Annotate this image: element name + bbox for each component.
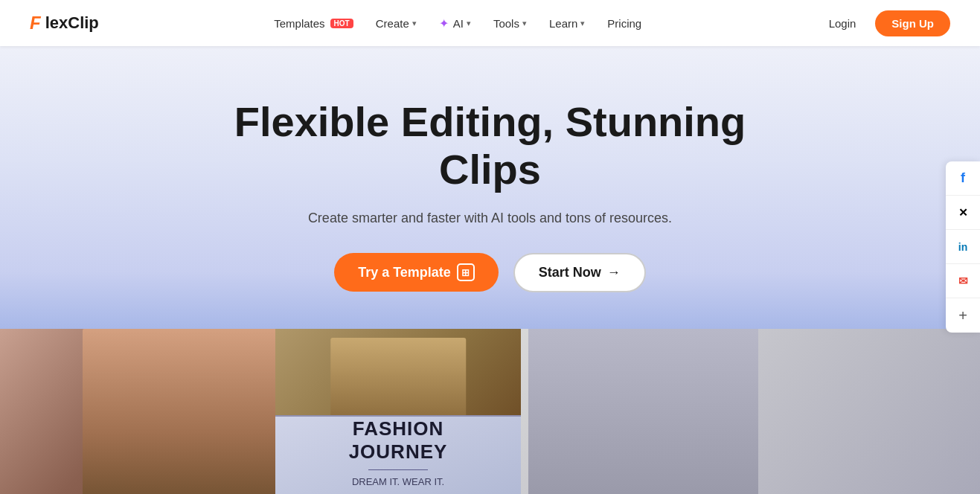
hero-subtitle: Create smarter and faster with AI tools … bbox=[308, 211, 672, 226]
learn-chevron: ▾ bbox=[580, 19, 585, 28]
hero-section: Flexible Editing, Stunning Clips Create … bbox=[0, 46, 980, 329]
twitter-x-icon: ✕ bbox=[958, 206, 968, 219]
strip-left-panel bbox=[0, 329, 275, 494]
pricing-label: Pricing bbox=[607, 17, 641, 30]
login-button[interactable]: Login bbox=[817, 11, 868, 36]
create-label: Create bbox=[376, 17, 409, 30]
ai-chevron: ▾ bbox=[467, 19, 471, 28]
twitter-share-button[interactable]: ✕ bbox=[946, 196, 980, 230]
left-figure bbox=[83, 329, 275, 494]
nav-item-ai[interactable]: ✦ AI ▾ bbox=[430, 10, 480, 36]
hot-badge: HOT bbox=[330, 19, 353, 28]
logo-letter: F bbox=[30, 13, 41, 33]
tools-chevron: ▾ bbox=[522, 19, 527, 28]
hero-buttons: Try a Template ⊞ Start Now → bbox=[334, 253, 646, 292]
left-image bbox=[0, 329, 275, 494]
start-now-label: Start Now bbox=[539, 265, 601, 280]
strip-right-panel bbox=[521, 329, 980, 494]
linkedin-share-button[interactable]: in bbox=[946, 230, 980, 264]
nav-item-pricing[interactable]: Pricing bbox=[598, 11, 650, 36]
ai-label: AI bbox=[453, 17, 464, 30]
nav-item-tools[interactable]: Tools ▾ bbox=[484, 11, 536, 36]
start-now-button[interactable]: Start Now → bbox=[513, 253, 646, 292]
nav-right: Login Sign Up bbox=[817, 10, 950, 36]
facebook-share-button[interactable]: f bbox=[946, 161, 980, 196]
image-strip: FASHIONJOURNEY DREAM IT. WEAR IT. USE TE… bbox=[0, 329, 980, 494]
fashion-subtitle: DREAM IT. WEAR IT. bbox=[352, 476, 444, 487]
nav-item-learn[interactable]: Learn ▾ bbox=[540, 11, 594, 36]
center-top-image bbox=[275, 329, 521, 417]
template-icon: ⊞ bbox=[457, 263, 475, 281]
nav-item-create[interactable]: Create ▾ bbox=[367, 11, 426, 36]
more-icon: + bbox=[958, 307, 967, 324]
right-figure bbox=[528, 329, 758, 494]
center-bottom-card: FASHIONJOURNEY DREAM IT. WEAR IT. USE TE… bbox=[275, 417, 521, 494]
fashion-divider bbox=[368, 469, 428, 470]
start-arrow-icon: → bbox=[607, 265, 621, 280]
signup-button[interactable]: Sign Up bbox=[875, 10, 950, 36]
navigation: FlexClip Templates HOT Create ▾ ✦ AI ▾ T… bbox=[0, 0, 980, 46]
logo[interactable]: FlexClip bbox=[30, 13, 99, 33]
email-share-button[interactable]: ✉ bbox=[946, 264, 980, 298]
facebook-icon: f bbox=[961, 170, 965, 186]
linkedin-icon: in bbox=[958, 241, 967, 253]
strip-center-panel: FASHIONJOURNEY DREAM IT. WEAR IT. USE TE… bbox=[275, 329, 521, 494]
learn-label: Learn bbox=[549, 17, 577, 30]
try-template-label: Try a Template bbox=[358, 265, 451, 280]
nav-links: Templates HOT Create ▾ ✦ AI ▾ Tools ▾ Le… bbox=[265, 10, 650, 36]
tools-label: Tools bbox=[493, 17, 519, 30]
fashion-title: FASHIONJOURNEY bbox=[349, 417, 448, 463]
nav-item-templates[interactable]: Templates HOT bbox=[265, 11, 362, 36]
hero-title: Flexible Editing, Stunning Clips bbox=[200, 98, 781, 194]
templates-label: Templates bbox=[274, 17, 324, 30]
try-template-button[interactable]: Try a Template ⊞ bbox=[334, 253, 499, 292]
logo-text: lexClip bbox=[45, 13, 99, 33]
ai-star-icon: ✦ bbox=[439, 16, 449, 31]
more-share-button[interactable]: + bbox=[946, 298, 980, 333]
social-sidebar: f ✕ in ✉ + bbox=[946, 161, 980, 333]
create-chevron: ▾ bbox=[412, 19, 417, 28]
right-image bbox=[521, 329, 980, 494]
email-icon: ✉ bbox=[958, 275, 968, 288]
